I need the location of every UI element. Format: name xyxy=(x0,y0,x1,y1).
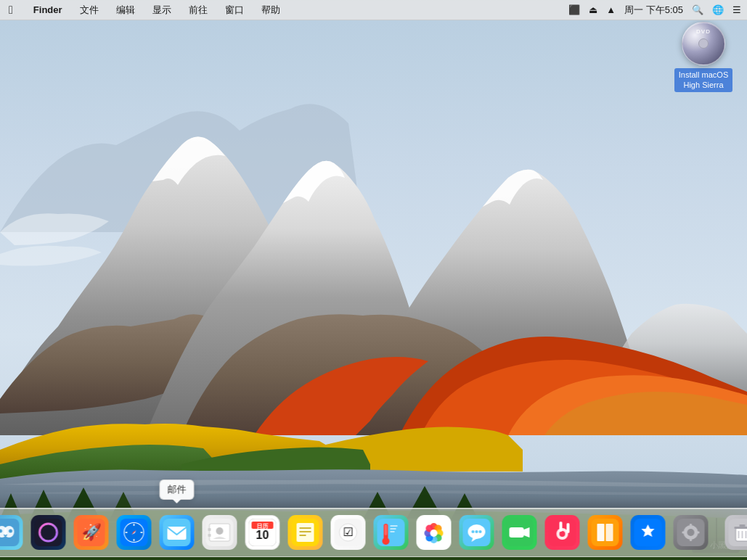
menubar:  Finder 文件 编辑 显示 前往 窗口 帮助 ⬛ ⏏ ▲ 周一 下午5:… xyxy=(0,0,747,20)
svg-rect-20 xyxy=(208,534,211,537)
dock-item-launchpad[interactable]: 🚀 xyxy=(71,513,110,552)
menu-go[interactable]: 前往 xyxy=(186,0,211,20)
menubar-time: 周一 下午5:05 xyxy=(624,4,683,17)
app-name[interactable]: Finder xyxy=(30,0,65,20)
menu-edit[interactable]: 编辑 xyxy=(113,0,138,20)
finder-icon xyxy=(0,515,23,550)
landscape-illustration xyxy=(0,0,747,560)
svg-rect-69 xyxy=(695,532,699,534)
svg-rect-68 xyxy=(682,532,685,534)
dock-item-itunes[interactable] xyxy=(542,513,581,552)
control-center-icon[interactable]: ☰ xyxy=(732,4,741,15)
svg-point-50 xyxy=(478,530,481,533)
dvd-label: Install macOS High Sierra xyxy=(674,68,732,92)
calendar-icon: 日历 10 xyxy=(245,515,279,550)
menubar-right: ⬛ ⏏ ▲ 周一 下午5:05 🔍 🌐 ☰ xyxy=(568,4,741,17)
svg-rect-19 xyxy=(208,528,211,531)
eject-icon[interactable]: ⏏ xyxy=(589,4,597,15)
svg-rect-60 xyxy=(597,524,604,541)
dock-container: 🚀 邮件 xyxy=(0,508,747,557)
dock-item-siri[interactable] xyxy=(28,513,68,552)
dock-item-messages[interactable] xyxy=(457,513,496,552)
photos-icon xyxy=(416,515,451,550)
messages-icon xyxy=(459,515,494,550)
siri-icon xyxy=(30,515,65,550)
svg-point-49 xyxy=(475,530,478,533)
svg-rect-66 xyxy=(690,524,692,527)
svg-rect-31 xyxy=(377,519,404,546)
contacts-icon xyxy=(202,515,237,550)
dock-item-safari[interactable] xyxy=(114,513,153,552)
notes-icon xyxy=(287,515,322,550)
dock-item-books[interactable] xyxy=(585,513,624,552)
dvd-icon[interactable]: Install macOS High Sierra xyxy=(674,22,732,92)
launchpad-icon: 🚀 xyxy=(73,515,108,550)
svg-point-48 xyxy=(471,530,474,533)
dock-item-facetime[interactable] xyxy=(499,513,539,552)
menu-view[interactable]: 显示 xyxy=(150,0,174,20)
svg-rect-72 xyxy=(734,527,747,529)
dock-item-photos[interactable] xyxy=(414,513,453,552)
svg-rect-58 xyxy=(559,522,562,532)
desktop:  Finder 文件 编辑 显示 前往 窗口 帮助 ⬛ ⏏ ▲ 周一 下午5:… xyxy=(0,0,747,560)
svg-rect-67 xyxy=(690,538,692,541)
svg-point-44 xyxy=(430,530,437,537)
settings-icon xyxy=(673,515,708,550)
books-icon xyxy=(587,515,622,550)
wifi-icon[interactable]: ▲ xyxy=(606,4,616,15)
svg-rect-16 xyxy=(167,527,186,540)
dock-item-calendar[interactable]: 日历 10 xyxy=(242,513,282,552)
dock-item-finder[interactable] xyxy=(0,513,25,552)
dock-item-reminders[interactable]: ☑ xyxy=(328,513,367,552)
apple-menu[interactable]:  xyxy=(6,0,16,20)
mail-icon xyxy=(159,515,194,550)
svg-point-56 xyxy=(559,531,565,537)
safari-icon xyxy=(116,515,151,550)
dock-item-appstore[interactable] xyxy=(628,513,667,552)
itunes-icon xyxy=(544,515,579,550)
svg-rect-73 xyxy=(739,524,745,527)
svg-rect-27 xyxy=(296,523,314,542)
dock-item-contacts[interactable] xyxy=(200,513,239,552)
trash-icon xyxy=(724,515,747,550)
svg-point-65 xyxy=(687,529,694,536)
svg-point-21 xyxy=(216,527,223,535)
svg-point-5 xyxy=(9,530,12,533)
menu-file[interactable]: 文件 xyxy=(77,0,102,20)
search-icon[interactable]: 🔍 xyxy=(692,4,703,15)
maps-icon xyxy=(373,515,408,550)
reminders-icon: ☑ xyxy=(330,515,365,550)
dvd-disc-graphic xyxy=(682,22,725,65)
dock-separator xyxy=(716,518,717,547)
menu-window[interactable]: 窗口 xyxy=(222,0,247,20)
svg-rect-33 xyxy=(384,524,387,535)
dock-item-settings[interactable] xyxy=(671,513,710,552)
svg-text:☑: ☑ xyxy=(343,526,353,538)
dock-item-mail[interactable]: 邮件 xyxy=(157,513,196,552)
dock-item-maps[interactable] xyxy=(371,513,410,552)
svg-point-34 xyxy=(382,538,389,545)
dock: 🚀 邮件 xyxy=(0,508,747,557)
dock-item-trash[interactable] xyxy=(722,513,747,552)
facetime-icon xyxy=(502,515,536,550)
dock-item-notes[interactable] xyxy=(285,513,324,552)
appstore-icon xyxy=(630,515,665,550)
globe-icon[interactable]: 🌐 xyxy=(712,4,724,15)
svg-rect-57 xyxy=(566,523,569,533)
svg-text:🚀: 🚀 xyxy=(81,522,102,542)
svg-rect-61 xyxy=(605,524,613,541)
menu-help[interactable]: 帮助 xyxy=(258,0,283,20)
svg-text:10: 10 xyxy=(256,529,269,541)
svg-rect-52 xyxy=(509,527,523,538)
menubar-left:  Finder 文件 编辑 显示 前往 窗口 帮助 xyxy=(6,0,568,20)
monitor-icon[interactable]: ⬛ xyxy=(568,4,580,15)
